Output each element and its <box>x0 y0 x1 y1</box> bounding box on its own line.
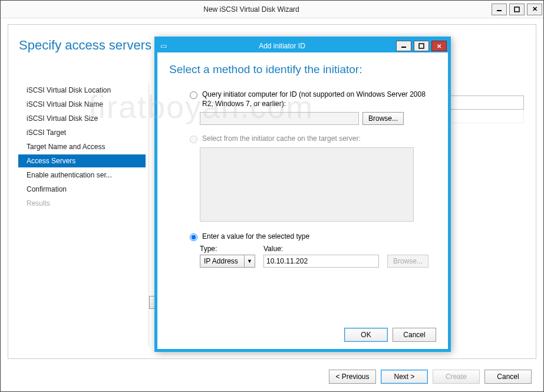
dialog-window-controls: ✕ <box>395 40 448 52</box>
wizard-titlebar: New iSCSI Virtual Disk Wizard ✕ <box>1 1 543 18</box>
dialog-minimize-button[interactable] <box>396 41 411 51</box>
minimize-button[interactable] <box>492 4 507 15</box>
dialog-body: Select a method to identify the initiato… <box>157 52 448 349</box>
option-query-input-row: Browse... <box>200 112 436 125</box>
option-cache-label: Select from the initiator cache on the t… <box>202 134 436 144</box>
dialog-cancel-button[interactable]: Cancel <box>393 328 436 342</box>
option-enter-radio[interactable] <box>190 233 197 241</box>
type-select-value: IP Address <box>200 255 245 268</box>
svg-rect-1 <box>515 7 519 12</box>
dialog-maximize-button[interactable] <box>414 41 429 51</box>
type-value-row: Type: IP Address ▼ Value: Browse... <box>200 245 436 268</box>
option-query-row: Query initiator computer for ID (not sup… <box>187 90 436 108</box>
nav-item-location[interactable]: iSCSI Virtual Disk Location <box>23 84 141 97</box>
dialog-titlebar: ▭ Add initiator ID ✕ <box>157 39 448 52</box>
wizard-title: New iSCSI Virtual Disk Wizard <box>12 5 490 14</box>
value-input[interactable] <box>263 255 379 268</box>
svg-rect-3 <box>419 44 424 48</box>
page-heading: Specify access servers <box>19 38 151 53</box>
wizard-nav: iSCSI Virtual Disk Location iSCSI Virtua… <box>23 84 141 211</box>
dialog-footer: OK Cancel <box>344 328 436 342</box>
type-select[interactable]: IP Address ▼ <box>200 255 255 268</box>
option-cache-radio <box>190 136 197 143</box>
type-label: Type: <box>200 245 255 253</box>
value-browse-button: Browse... <box>387 255 428 268</box>
option-cache-row: Select from the initiator cache on the t… <box>187 134 436 144</box>
option-query-radio[interactable] <box>190 91 197 99</box>
dialog-title: Add initiator ID <box>169 42 395 50</box>
nav-item-confirmation[interactable]: Confirmation <box>23 183 141 196</box>
nav-item-name[interactable]: iSCSI Virtual Disk Name <box>23 98 141 111</box>
type-column: Type: IP Address ▼ <box>200 245 255 268</box>
add-initiator-dialog: ▭ Add initiator ID ✕ Select a method to … <box>154 37 451 352</box>
nav-item-target[interactable]: iSCSI Target <box>23 126 141 139</box>
option-enter-row: Enter a value for the selected type <box>187 232 436 242</box>
wizard-footer: < Previous Next > Create Cancel <box>1 362 543 391</box>
nav-item-target-name[interactable]: Target Name and Access <box>23 140 141 153</box>
value-column: Value: <box>263 245 379 268</box>
nav-item-access-servers[interactable]: Access Servers <box>18 154 146 167</box>
create-button: Create <box>433 370 480 384</box>
option-query-label: Query initiator computer for ID (not sup… <box>202 90 436 108</box>
window-controls: ✕ <box>490 2 543 17</box>
query-browse-button[interactable]: Browse... <box>362 112 404 125</box>
maximize-button[interactable] <box>509 4 525 15</box>
cancel-button[interactable]: Cancel <box>484 370 532 384</box>
query-computer-input <box>200 112 359 125</box>
browse-column: Browse... <box>387 245 428 268</box>
close-button[interactable]: ✕ <box>527 4 542 15</box>
initiator-cache-list <box>200 147 414 222</box>
value-label: Value: <box>263 245 379 253</box>
chevron-down-icon[interactable]: ▼ <box>245 255 255 268</box>
dialog-close-button[interactable]: ✕ <box>431 41 447 51</box>
option-enter-label: Enter a value for the selected type <box>202 232 436 242</box>
previous-button[interactable]: < Previous <box>329 370 376 384</box>
nav-item-auth[interactable]: Enable authentication ser... <box>23 169 141 182</box>
ok-button[interactable]: OK <box>344 328 388 342</box>
next-button[interactable]: Next > <box>381 370 428 384</box>
nav-item-results: Results <box>23 197 141 210</box>
dialog-heading: Select a method to identify the initiato… <box>169 63 436 76</box>
dialog-icon: ▭ <box>157 42 169 50</box>
nav-item-size[interactable]: iSCSI Virtual Disk Size <box>23 112 141 125</box>
